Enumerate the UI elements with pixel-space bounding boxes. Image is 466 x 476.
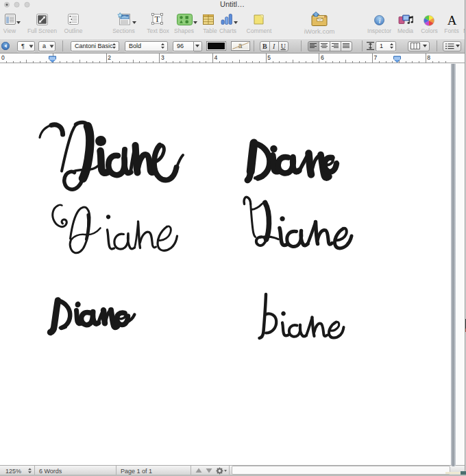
svg-text:A: A xyxy=(447,14,457,26)
svg-text:i: i xyxy=(378,16,380,25)
svg-text:T: T xyxy=(155,14,160,24)
